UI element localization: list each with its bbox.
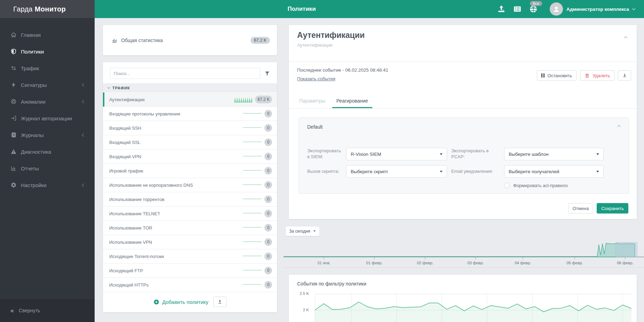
show-events-link[interactable]: Показать события (297, 76, 335, 81)
policy-label: Входящий SSH (109, 126, 141, 131)
delete-button[interactable]: Удалить (580, 70, 614, 81)
sidebar-item-bolt[interactable]: Сигнатуры (0, 77, 95, 93)
policy-row[interactable]: Использование торрентов0 (103, 192, 277, 207)
count-badge: 0 (264, 124, 272, 132)
field-label-script: Вызов скрипта: (307, 169, 342, 175)
detail-title: Аутентификации (297, 31, 365, 40)
sidebar-item-login[interactable]: Журнал авторизации (0, 110, 95, 127)
flat-sparkline (243, 213, 262, 214)
add-policy-button[interactable]: Добавить политику (153, 299, 208, 305)
policy-label: Использование TOR (109, 225, 152, 231)
detail-subtitle: Аутентификации (297, 42, 333, 48)
policy-row[interactable]: Входящий SSH0 (103, 121, 277, 135)
search-input[interactable] (110, 68, 260, 79)
sidebar-item-label: Журналы (21, 132, 44, 138)
policy-row[interactable]: Использование TELNET0 (103, 207, 277, 221)
timeline-svg[interactable]: 31 янв.01 февр.02 февр.03 февр.04 февр.0… (284, 223, 644, 268)
acl-radio-row[interactable]: Формировать acl-правило (504, 183, 604, 188)
sparkline (243, 256, 262, 257)
user-menu[interactable]: Администратор комплекса (550, 2, 635, 16)
policy-row[interactable]: Исходящий FTP0 (103, 264, 277, 278)
flat-sparkline (243, 184, 262, 185)
cancel-button[interactable]: Отмена (568, 203, 594, 214)
gear-icon (10, 182, 17, 188)
events-chart-plot (315, 294, 631, 322)
sidebar-item-home[interactable]: Главная (0, 26, 95, 43)
timeline-date-label: 05 февр. (566, 261, 583, 265)
import-policy-button[interactable] (213, 297, 226, 307)
sidebar-item-label: Главная (21, 32, 41, 38)
policy-row[interactable]: Исходящий HTTPs0 (103, 278, 277, 292)
events-chart-card: События по фильтру политики 2.5 K 2 K (289, 275, 637, 322)
sidebar-item-gear[interactable]: Настройки (0, 177, 95, 193)
globe-icon[interactable]: Все (529, 5, 538, 14)
policy-row[interactable]: Исходящие Torrent-потоки0 (103, 249, 277, 264)
radio-label: Формировать acl-правило (513, 183, 568, 188)
add-policy-label: Добавить политику (162, 299, 208, 305)
policy-row[interactable]: Входящие протоколы управления0 (103, 107, 277, 121)
period-select-button[interactable]: За сегодня (285, 226, 320, 236)
tab-reaction[interactable]: Реагирование (331, 95, 374, 108)
flat-sparkline (243, 142, 262, 142)
pcap-select[interactable]: Выберите шаблон (504, 148, 604, 160)
sparkline (243, 156, 262, 157)
policy-row[interactable]: Использование TOR0 (103, 221, 277, 235)
sidebar-collapse-button[interactable]: « Свернуть (0, 299, 95, 322)
policy-row[interactable]: Игровой трафик0 (103, 164, 277, 178)
upload-icon (217, 299, 223, 305)
detail-actions: Остановить Удалить (537, 70, 631, 81)
collapse-card-chevron-icon[interactable] (624, 37, 628, 40)
policy-row[interactable]: Использование VPN0 (103, 235, 277, 249)
sidebar-item-target[interactable]: Аномалии (0, 93, 95, 110)
siem-select[interactable]: R-Vision SIEM (346, 148, 447, 160)
policy-row[interactable]: Входящий SSL0 (103, 135, 277, 150)
avatar (550, 2, 563, 16)
flat-sparkline (243, 256, 262, 256)
policy-rows: Аутентификации67.2 KВходящие протоколы у… (103, 92, 277, 292)
timeline-date-label: 06 февр. (617, 261, 634, 265)
y-axis-tick: 2.5 K (289, 291, 309, 296)
policy-label: Исходящие Torrent-потоки (109, 254, 164, 259)
stats-label: Общая статистика (121, 38, 163, 43)
sparkline (243, 184, 262, 186)
sidebar-item-warning[interactable]: Диагностика (0, 143, 95, 160)
collapse-panel-chevron-icon[interactable] (618, 125, 621, 129)
sidebar-item-swap[interactable]: Трафик (0, 60, 95, 77)
sidebar-item-journal[interactable]: Журналы (0, 127, 95, 143)
email-select[interactable]: Выберите получателей (504, 165, 604, 178)
policy-row[interactable]: Аутентификации67.2 K (103, 92, 277, 107)
chevron-left-icon (82, 133, 86, 137)
tab-parameters[interactable]: Параметры (294, 95, 331, 108)
caret-down-icon (596, 171, 599, 172)
report-list-icon[interactable] (513, 5, 522, 14)
download-policy-button[interactable] (618, 70, 631, 81)
caret-down-icon (440, 153, 443, 155)
count-badge: 0 (264, 181, 272, 189)
sidebar-item-label: Аномалии (21, 99, 46, 105)
sidebar-item-label: Политики (21, 49, 44, 55)
download-icon (622, 73, 627, 78)
sparkline (243, 213, 262, 214)
brand-regular: Гарда (13, 5, 33, 13)
group-header-traffic[interactable]: ТРАФИК (103, 83, 277, 92)
swap-icon (10, 65, 17, 71)
app-logo[interactable]: Гарда Монитор (0, 0, 95, 18)
count-badge: 0 (264, 281, 272, 289)
timeline-brush-selection (616, 242, 637, 257)
export-upload-icon[interactable] (497, 5, 506, 14)
timeline-overview[interactable]: 31 янв.01 февр.02 февр.03 февр.04 февр.0… (284, 223, 644, 268)
sidebar-item-label: Сигнатуры (21, 82, 47, 88)
save-button[interactable]: Сохранить (597, 203, 628, 214)
policy-row[interactable]: Входящий VPN0 (103, 150, 277, 164)
sidebar-item-report[interactable]: Отчеты (0, 160, 95, 177)
policy-label: Исходящий HTTPs (109, 282, 149, 288)
pause-icon (541, 73, 544, 78)
radio-unchecked-icon[interactable] (504, 183, 510, 188)
count-badge: 0 (264, 252, 272, 260)
script-select[interactable]: Выберите скрипт (346, 165, 447, 178)
overall-stats-card[interactable]: Общая статистика 67.2 K (103, 25, 277, 55)
filter-funnel-icon[interactable] (264, 71, 270, 76)
policy-row[interactable]: Использование не корпоративного DNS0 (103, 178, 277, 192)
sidebar-item-shield[interactable]: Политики (0, 43, 95, 60)
stop-button[interactable]: Остановить (537, 70, 577, 81)
